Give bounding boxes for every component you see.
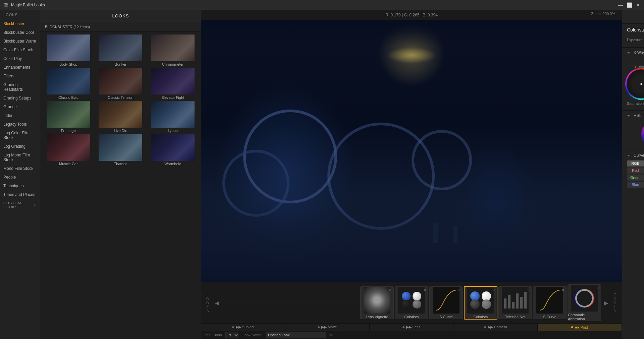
look-thumb-thames (99, 134, 142, 161)
tool-close-telecine-net[interactable]: ✕ (526, 288, 531, 292)
sidebar-item-techniques[interactable]: Techniques (0, 182, 40, 190)
tab-camera[interactable]: ▶▶ Camera (453, 324, 538, 331)
tab-matte[interactable]: ▶▶ Matte (285, 324, 370, 331)
hsl-wheels-row (627, 121, 644, 147)
channel-red-button[interactable]: Red (627, 167, 644, 174)
sidebar-item-blockbuster-warm[interactable]: Blockbuster Warm (0, 37, 40, 46)
tool-item-colorista-2[interactable]: ✕ Colorista (464, 286, 497, 320)
look-thumb-classic-epic (47, 68, 90, 94)
hsl-hue-wheel[interactable] (641, 121, 644, 147)
sidebar-item-grunge[interactable]: Grunge (0, 103, 40, 111)
three-way-section: 3-Way Color Midtones Shadows (622, 48, 644, 111)
look-label-body-shop: Body Shop (59, 62, 77, 66)
tab-subject[interactable]: ▶▶ Subject (201, 324, 285, 331)
custom-looks-label: CUSTOM LOOKS (3, 201, 32, 209)
preview-info-bar: R: 0.179 | G: 0.265 | B: 0.394 Zoom: 200… (201, 10, 622, 20)
look-item-chronometer[interactable]: Chronometer (147, 35, 198, 66)
tab-dot-post (571, 326, 573, 328)
sidebar-item-blockbuster-cool[interactable]: Blockbuster Cool (0, 28, 40, 37)
look-item-lynne[interactable]: Lynne (147, 101, 198, 133)
look-item-classic-epic[interactable]: Classic Epic (43, 68, 94, 99)
looks-panel: LOOKS BLOCKBUSTER (12 items) Body Shop B… (40, 10, 201, 339)
look-item-frontage[interactable]: Frontage (43, 101, 94, 133)
look-item-live-die[interactable]: Live Die (95, 101, 146, 133)
look-item-body-shop[interactable]: Body Shop (43, 35, 94, 66)
curves-arrow (627, 155, 630, 156)
look-item-classic-tension[interactable]: Classic Tension (95, 68, 146, 99)
tool-label-s-curve-2: S Curve (543, 315, 556, 319)
look-item-elevator-fight[interactable]: Elevator Fight (147, 68, 198, 99)
close-button[interactable]: ✕ (635, 2, 641, 8)
tool-item-s-curve-2[interactable]: ✕ S Curve (533, 286, 567, 319)
sidebar-item-indie[interactable]: Indie (0, 111, 40, 120)
sidebar-item-times-and-places[interactable]: Times and Places (0, 190, 40, 199)
tool-item-colorista-1[interactable]: ✕ Colorista (395, 286, 428, 319)
look-name-label: Look Name: (243, 333, 262, 337)
look-thumb-bunker (99, 35, 142, 61)
curves-title: Curves (634, 153, 644, 158)
sidebar-item-grading-setups[interactable]: Grading Setups (0, 94, 40, 103)
look-item-thames[interactable]: Thames (95, 134, 146, 166)
tool-close-colorista-1[interactable]: ✕ (422, 288, 427, 292)
sidebar-item-filters[interactable]: Filters (0, 72, 40, 80)
sidebar-item-mono-film-stock[interactable]: Mono Film Stock (0, 164, 40, 173)
tool-item-s-curve-1[interactable]: ✕ S Curve (429, 286, 463, 319)
tool-thumb-colorista-2 (467, 287, 494, 314)
looks-grid: Body Shop Bunker Chronometer Classic Epi… (40, 32, 201, 168)
shadows-wheel[interactable] (627, 70, 644, 98)
sidebar-item-color-film-stock[interactable]: Color Film Stock (0, 46, 40, 54)
tool-label-s-curve-1: S Curve (439, 315, 453, 319)
tool-label-lens-vignette: Lens Vignette (366, 315, 388, 319)
channel-blue-button[interactable]: Blue (627, 182, 644, 188)
tool-chain-select[interactable]: ▼ (225, 332, 239, 338)
tool-chain-bar: LOOKS ◀ ✕ Lens Vignette (201, 282, 622, 323)
sidebar-item-log-color-film-stock[interactable]: Log Color Film Stock (0, 129, 40, 142)
tool-close-colorista-2[interactable]: ✕ (491, 288, 496, 292)
look-item-muscle-car[interactable]: Muscle Car (43, 134, 94, 166)
colorista-section: Colorista ↺ Exposure: 0.00 (622, 24, 644, 48)
maximize-button[interactable]: ⬜ (627, 2, 632, 8)
scroll-left-button[interactable]: ◀ (213, 300, 221, 306)
look-item-bunker[interactable]: Bunker (95, 35, 146, 66)
tool-slot-empty-1 (222, 302, 256, 303)
tool-item-lens-vignette[interactable]: ✕ Lens Vignette (360, 286, 394, 319)
sidebar-item-blockbuster[interactable]: Blockbuster (0, 19, 40, 28)
tool-close-s-curve-1[interactable]: ✕ (457, 288, 462, 292)
tool-close-s-curve-2[interactable]: ✕ (560, 288, 565, 292)
curves-content: RGB Red Green Blue (627, 160, 644, 194)
add-custom-look-icon[interactable]: + (34, 202, 37, 208)
tool-close-chromatic-aberration[interactable]: ✕ (595, 286, 600, 290)
tool-item-telecine-net[interactable]: ✕ Telecine Net (498, 286, 532, 319)
three-way-arrow (627, 52, 630, 54)
sidebar-item-enhancements[interactable]: Enhancements (0, 63, 40, 72)
sidebar-item-color-play[interactable]: Color Play (0, 54, 40, 63)
curves-header: Curves (627, 153, 644, 158)
looks-sidebar: LOOKS Blockbuster Blockbuster Cool Block… (0, 10, 40, 339)
app-icon: 🎬 (3, 3, 8, 7)
sidebar-item-log-grading[interactable]: Log Grading (0, 142, 40, 151)
sidebar-item-legacy-tools[interactable]: Legacy Tools (0, 120, 40, 129)
look-label-wormhole: Wormhole (164, 162, 181, 166)
main-layout: LOOKS Blockbuster Blockbuster Cool Block… (0, 10, 644, 339)
curves-channel-buttons: RGB Red Green Blue (627, 160, 644, 194)
tab-post[interactable]: ■■ Post (538, 324, 622, 331)
tab-lens[interactable]: ▶▶ Lens (370, 324, 454, 331)
sidebar-item-grading-headstarts[interactable]: Grading Headstarts (0, 80, 40, 94)
minimize-button[interactable]: — (618, 2, 623, 8)
look-thumb-lynne (151, 101, 195, 128)
tab-label-matte: ▶▶ Matte (321, 325, 337, 329)
channel-rgb-button[interactable]: RGB (627, 160, 644, 166)
channel-green-button[interactable]: Green (627, 175, 644, 181)
look-thumb-frontage (47, 101, 90, 128)
look-item-wormhole[interactable]: Wormhole (147, 134, 198, 166)
scroll-right-button[interactable]: ▶ (602, 300, 610, 306)
tool-close-lens-vignette[interactable]: ✕ (388, 288, 392, 292)
shadows-wheel-group: Shadows (627, 65, 644, 98)
look-name-input[interactable] (266, 332, 326, 338)
sidebar-item-people[interactable]: People (0, 173, 40, 182)
exposure-row: Exposure: 0.00 (627, 38, 644, 42)
sidebar-item-log-mono-film-stock[interactable]: Log Mono Film Stock (0, 151, 40, 164)
app-title: Magic Bullet Looks (11, 3, 45, 7)
custom-looks-button[interactable]: CUSTOM LOOKS + (0, 199, 40, 211)
tool-item-chromatic-aberration[interactable]: ✕ Chromatic Aberration (568, 284, 601, 321)
